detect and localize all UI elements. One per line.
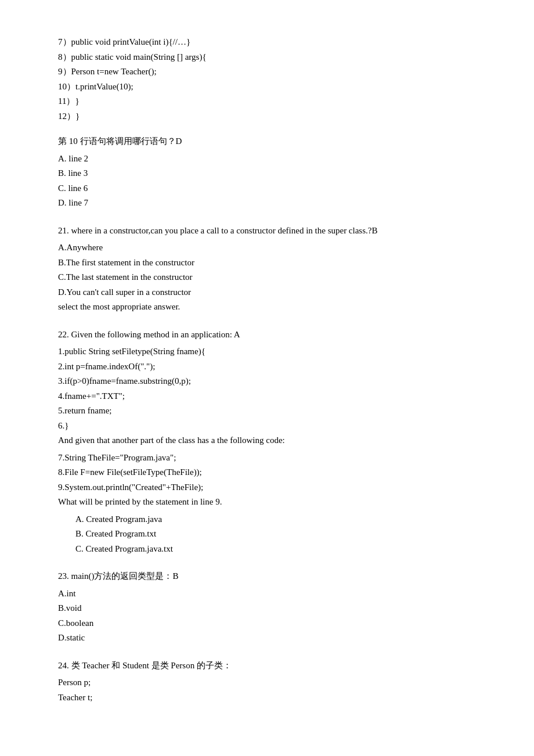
q23-option-d: D.static (58, 631, 488, 646)
q23-option-c: C.boolean (58, 616, 488, 631)
code-line-8: 8）public static void main(String [] args… (58, 50, 488, 65)
q20-option-c: C. line 6 (58, 181, 488, 196)
q24-code-1: Person p; (58, 675, 488, 690)
code-line-12: 12）} (58, 109, 488, 124)
code-line-7: 7）public void printValue(int i){//…} (58, 35, 488, 50)
q22-option-c: C. Created Program.java.txt (58, 542, 488, 557)
q22-option-a: A. Created Program.java (58, 512, 488, 527)
q21-select-note: select the most appropriate answer. (58, 300, 488, 315)
q22-code-block2: 7.String TheFile="Program.java"; 8.File … (58, 451, 488, 495)
question-20: 第 10 行语句将调用哪行语句？D A. line 2 B. line 3 C.… (58, 134, 488, 211)
q22-code-6: 6.} (58, 419, 488, 434)
q21-option-c: C.The last statement in the constructor (58, 270, 488, 285)
q22-code2-8: 8.File F=new File(setFileType(TheFile)); (58, 465, 488, 480)
q22-code2-9: 9.System.out.println("Created"+TheFile); (58, 480, 488, 495)
q24-code-2: Teacher t; (58, 690, 488, 705)
q20-option-d: D. line 7 (58, 196, 488, 211)
q23-option-a: A.int (58, 586, 488, 602)
q22-title: 22. Given the following method in an app… (58, 327, 488, 343)
q22-code2-7: 7.String TheFile="Program.java"; (58, 451, 488, 466)
q24-title: 24. 类 Teacher 和 Student 是类 Person 的子类： (58, 658, 488, 674)
q21-title: 21. where in a constructor,can you place… (58, 224, 488, 239)
q23-title: 23. main()方法的返回类型是：B (58, 569, 488, 584)
q20-option-b: B. line 3 (58, 166, 488, 181)
question-23: 23. main()方法的返回类型是：B A.int B.void C.bool… (58, 569, 488, 646)
code-line-10: 10）t.printValue(10); (58, 80, 488, 95)
question-21: 21. where in a constructor,can you place… (58, 224, 488, 315)
q22-sub-question: What will be printed by the statement in… (58, 495, 488, 510)
q21-option-d: D.You can't call super in a constructor (58, 285, 488, 300)
q20-title: 第 10 行语句将调用哪行语句？D (58, 134, 488, 149)
q22-code-4: 4.fname+=".TXT"; (58, 389, 488, 404)
q21-option-b: B.The first statement in the constructor (58, 255, 488, 271)
q22-code-1: 1.public String setFiletype(String fname… (58, 344, 488, 359)
question-22: 22. Given the following method in an app… (58, 327, 488, 557)
q23-option-b: B.void (58, 601, 488, 616)
q20-option-a: A. line 2 (58, 152, 488, 167)
q22-code-block: 1.public String setFiletype(String fname… (58, 344, 488, 433)
q22-prose: And given that another part of the class… (58, 433, 488, 448)
code-block-top: 7）public void printValue(int i){//…} 8）p… (58, 35, 488, 124)
q22-option-b: B. Created Program.txt (58, 527, 488, 542)
q22-code-5: 5.return fname; (58, 404, 488, 419)
question-24: 24. 类 Teacher 和 Student 是类 Person 的子类： P… (58, 658, 488, 705)
q22-code-2: 2.int p=fname.indexOf("."); (58, 359, 488, 375)
code-line-11: 11）} (58, 94, 488, 109)
q21-option-a: A.Anywhere (58, 240, 488, 255)
q22-code-3: 3.if(p>0)fname=fname.substring(0,p); (58, 374, 488, 389)
page-content: 7）public void printValue(int i){//…} 8）p… (58, 35, 488, 705)
code-line-9: 9）Person t=new Teacher(); (58, 64, 488, 80)
